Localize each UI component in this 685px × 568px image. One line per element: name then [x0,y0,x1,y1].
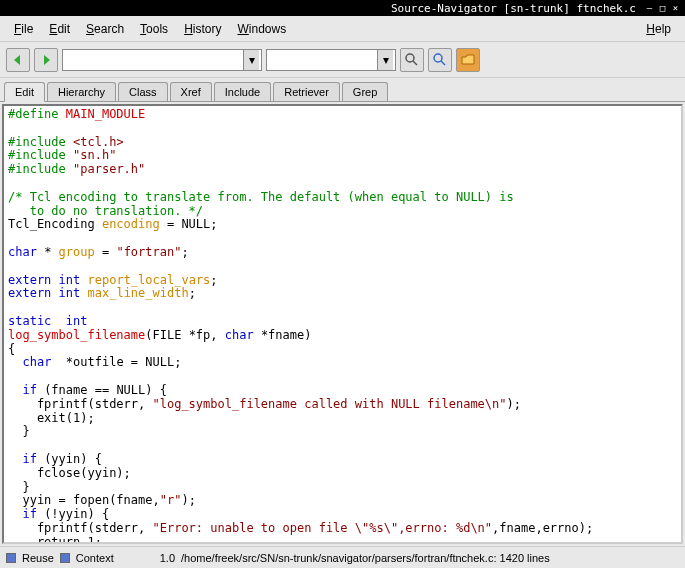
svg-line-1 [413,61,417,65]
window-title: Source-Navigator [sn-trunk] ftnchek.c [391,2,636,15]
forward-button[interactable] [34,48,58,72]
menu-history[interactable]: History [176,18,229,40]
svg-line-3 [441,61,445,65]
symbol-input[interactable] [63,50,243,70]
search-button[interactable] [428,48,452,72]
minimize-button[interactable]: – [644,3,655,14]
filter-combo[interactable]: ▾ [266,49,396,71]
titlebar: Source-Navigator [sn-trunk] ftnchek.c – … [0,0,685,16]
search-icon [405,53,419,67]
reuse-checkbox[interactable] [6,553,16,563]
menu-windows[interactable]: Windows [229,18,294,40]
context-checkbox[interactable] [60,553,70,563]
tab-xref[interactable]: Xref [170,82,212,101]
main-window: Source-Navigator [sn-trunk] ftnchek.c – … [0,0,685,568]
reuse-label: Reuse [22,552,54,564]
svg-point-0 [406,54,414,62]
arrow-left-icon [10,52,26,68]
close-button[interactable]: × [670,3,681,14]
menubar: File Edit Search Tools History Windows H… [0,16,685,42]
back-button[interactable] [6,48,30,72]
tab-retriever[interactable]: Retriever [273,82,340,101]
tab-class[interactable]: Class [118,82,168,101]
folder-button[interactable] [456,48,480,72]
magnifier-icon [433,53,447,67]
chevron-down-icon[interactable]: ▾ [377,50,393,70]
tab-edit[interactable]: Edit [4,82,45,102]
maximize-button[interactable]: □ [657,3,668,14]
tabbar: Edit Hierarchy Class Xref Include Retrie… [0,78,685,102]
folder-icon [461,53,475,67]
symbol-combo[interactable]: ▾ [62,49,262,71]
toolbar: ▾ ▾ [0,42,685,78]
svg-point-2 [434,54,442,62]
find-button[interactable] [400,48,424,72]
version-label: 1.0 [160,552,175,564]
tab-grep[interactable]: Grep [342,82,388,101]
statusbar: Reuse Context 1.0 /home/freek/src/SN/sn-… [0,546,685,568]
status-path: /home/freek/src/SN/sn-trunk/snavigator/p… [181,552,550,564]
tab-include[interactable]: Include [214,82,271,101]
code-editor[interactable]: #define MAIN_MODULE #include <tcl.h> #in… [2,104,683,544]
menu-help[interactable]: Help [638,18,679,40]
code-content: #define MAIN_MODULE #include <tcl.h> #in… [4,106,681,544]
chevron-down-icon[interactable]: ▾ [243,50,259,70]
menu-search[interactable]: Search [78,18,132,40]
context-label: Context [76,552,114,564]
arrow-right-icon [38,52,54,68]
tab-hierarchy[interactable]: Hierarchy [47,82,116,101]
filter-input[interactable] [267,50,377,70]
menu-edit[interactable]: Edit [41,18,78,40]
menu-tools[interactable]: Tools [132,18,176,40]
menu-file[interactable]: File [6,18,41,40]
